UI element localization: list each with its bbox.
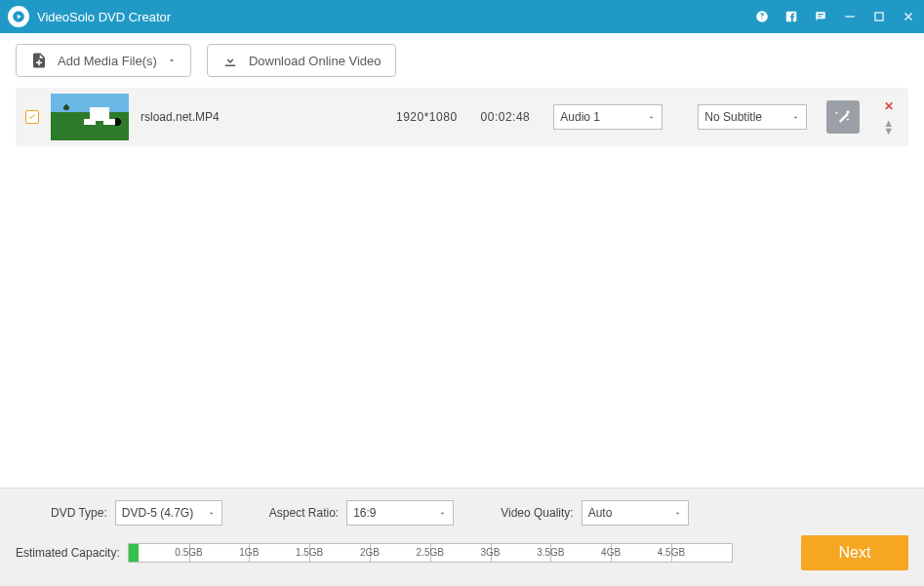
media-resolution: 1920*1080 <box>396 110 458 124</box>
add-file-icon <box>30 52 48 69</box>
media-list: rsload.net.MP4 1920*1080 00:02:48 Audio … <box>0 88 924 488</box>
capacity-tick-label: 3GB <box>481 547 501 558</box>
footer-capacity-row: Estimated Capacity: 0.5GB1GB1.5GB2GB2.5G… <box>16 535 908 570</box>
svg-rect-1 <box>875 13 883 20</box>
audio-select[interactable]: Audio 1 <box>553 104 663 130</box>
minimize-icon[interactable] <box>842 9 858 24</box>
add-media-button[interactable]: Add Media File(s) <box>16 44 191 77</box>
chevron-down-icon <box>647 113 656 122</box>
aspect-ratio-selected: 16:9 <box>353 506 376 520</box>
chevron-down-icon <box>438 509 447 518</box>
capacity-bar: 0.5GB1GB1.5GB2GB2.5GB3GB3.5GB4GB4.5GB <box>128 543 733 563</box>
media-duration: 00:02:48 <box>481 110 531 124</box>
download-icon <box>221 52 239 69</box>
edit-effects-button[interactable] <box>826 100 860 134</box>
download-online-label: Download Online Video <box>249 54 382 68</box>
reorder-handle[interactable]: ▲▼ <box>883 119 894 135</box>
close-icon[interactable] <box>901 9 916 24</box>
titlebar-actions <box>754 9 916 24</box>
next-button-label: Next <box>839 544 871 562</box>
help-icon[interactable] <box>754 9 770 24</box>
download-online-button[interactable]: Download Online Video <box>207 44 396 77</box>
app-title: VideoSolo DVD Creator <box>37 10 754 24</box>
chevron-down-icon <box>207 509 216 518</box>
capacity-tick-label: 0.5GB <box>175 547 202 558</box>
capacity-tick-label: 3.5GB <box>537 547 564 558</box>
facebook-icon[interactable] <box>783 9 799 24</box>
capacity-tick-label: 4.5GB <box>658 547 685 558</box>
maximize-icon[interactable] <box>871 9 887 24</box>
video-quality-select[interactable]: Auto <box>582 500 689 526</box>
media-filename: rsload.net.MP4 <box>141 110 384 124</box>
capacity-tick-label: 4GB <box>601 547 621 558</box>
capacity-tick-label: 1.5GB <box>296 547 323 558</box>
capacity-label: Estimated Capacity: <box>16 546 120 560</box>
aspect-ratio-select[interactable]: 16:9 <box>346 500 454 526</box>
footer: DVD Type: DVD-5 (4.7G) Aspect Ratio: 16:… <box>0 488 924 586</box>
dvd-type-select[interactable]: DVD-5 (4.7G) <box>115 500 222 526</box>
media-row: rsload.net.MP4 1920*1080 00:02:48 Audio … <box>16 88 908 146</box>
toolbar: Add Media File(s) Download Online Video <box>0 33 924 88</box>
app-logo-icon <box>8 6 29 27</box>
subtitle-selected-label: No Subtitle <box>704 110 762 124</box>
remove-row-button[interactable]: ✕ <box>884 99 894 113</box>
row-actions: ✕ ▲▼ <box>883 99 894 135</box>
footer-settings-row: DVD Type: DVD-5 (4.7G) Aspect Ratio: 16:… <box>16 500 908 526</box>
media-thumbnail[interactable] <box>51 94 129 140</box>
chevron-down-icon <box>673 509 682 518</box>
titlebar: VideoSolo DVD Creator <box>0 0 924 33</box>
next-button[interactable]: Next <box>801 535 908 570</box>
video-quality-selected: Auto <box>588 506 613 520</box>
svg-rect-0 <box>845 16 854 17</box>
capacity-ticks: 0.5GB1GB1.5GB2GB2.5GB3GB3.5GB4GB4.5GB <box>129 544 732 562</box>
row-checkbox[interactable] <box>25 110 39 124</box>
magic-wand-icon <box>833 107 853 127</box>
feedback-icon[interactable] <box>813 9 828 24</box>
capacity-tick-label: 2.5GB <box>417 547 444 558</box>
video-quality-label: Video Quality: <box>501 506 574 520</box>
add-media-label: Add Media File(s) <box>58 54 157 68</box>
dvd-type-label: DVD Type: <box>51 506 107 520</box>
capacity-tick-label: 2GB <box>360 547 380 558</box>
aspect-ratio-label: Aspect Ratio: <box>269 506 339 520</box>
subtitle-select[interactable]: No Subtitle <box>698 104 807 130</box>
chevron-down-icon <box>791 113 800 122</box>
chevron-down-icon <box>167 56 177 65</box>
audio-selected-label: Audio 1 <box>560 110 600 124</box>
capacity-tick-label: 1GB <box>239 547 259 558</box>
dvd-type-selected: DVD-5 (4.7G) <box>122 506 193 520</box>
